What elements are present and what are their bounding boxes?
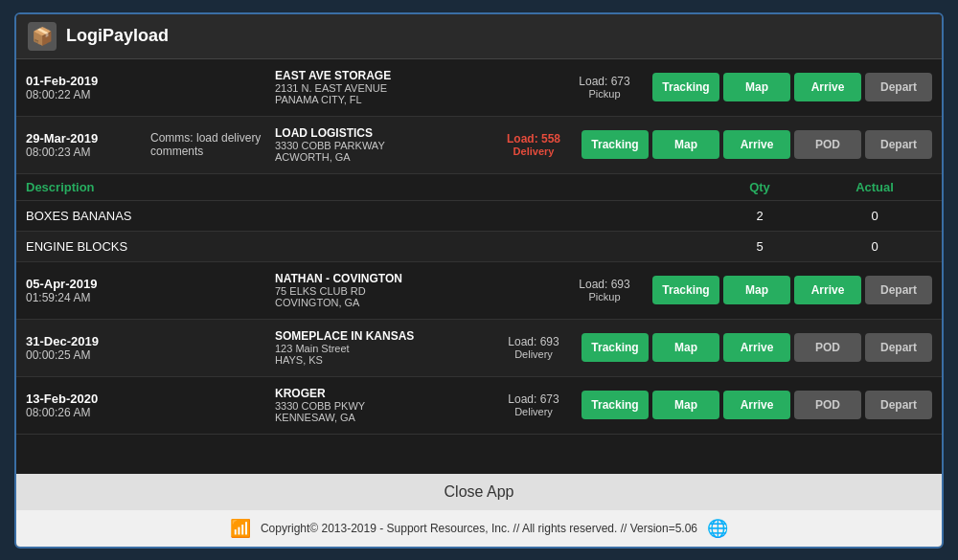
address-line2-3: COVINGTON, GA <box>275 297 557 308</box>
address-line1-1: 2131 N. EAST AVENUE <box>275 82 557 94</box>
app-title: LogiPayload <box>66 26 169 46</box>
load-type-1: Pickup <box>557 88 652 100</box>
col-datetime-4: 31-Dec-2019 00:00:25 AM <box>26 334 150 362</box>
actual-label: Actual <box>817 180 932 194</box>
comms-text-2: Comms: load delivery comments <box>150 131 261 158</box>
app-logo: 📦 <box>28 22 57 51</box>
col-buttons-1: Tracking Map Arrive Depart <box>652 73 932 101</box>
address-name-5: KROGER <box>275 387 486 400</box>
tracking-button-2[interactable]: Tracking <box>582 130 649 159</box>
col-buttons-2: Tracking Map Arrive POD Depart <box>582 130 932 159</box>
depart-button-4[interactable]: Depart <box>865 333 932 362</box>
tracking-button-1[interactable]: Tracking <box>652 73 719 101</box>
col-datetime-5: 13-Feb-2020 08:00:26 AM <box>26 392 150 419</box>
qty-label: Qty <box>702 180 817 194</box>
tracking-button-5[interactable]: Tracking <box>582 391 649 419</box>
arrive-button-2[interactable]: Arrive <box>723 130 790 159</box>
table-row: 13-Feb-2020 08:00:26 AM KROGER 3330 COBB… <box>16 377 942 435</box>
pod-button-5[interactable]: POD <box>794 391 861 419</box>
list-item: BOXES BANANAS 2 0 <box>16 201 942 232</box>
date-4: 31-Dec-2019 <box>26 334 150 348</box>
arrive-button-1[interactable]: Arrive <box>794 73 861 101</box>
col-address-3: NATHAN - COVINGTON 75 ELKS CLUB RD COVIN… <box>275 272 557 308</box>
address-line2-4: HAYS, KS <box>275 354 486 366</box>
depart-button-2[interactable]: Depart <box>865 130 932 159</box>
load-type-4: Delivery <box>486 348 582 360</box>
map-button-3[interactable]: Map <box>723 276 790 304</box>
main-content[interactable]: 01-Feb-2019 08:00:22 AM EAST AVE STORAGE… <box>16 59 942 474</box>
load-num-3: Load: 693 <box>557 278 652 291</box>
arrive-button-3[interactable]: Arrive <box>794 276 861 304</box>
col-load-1: Load: 673 Pickup <box>557 75 652 100</box>
time-4: 00:00:25 AM <box>26 348 150 362</box>
col-address-4: SOMEPLACE IN KANSAS 123 Main Street HAYS… <box>275 329 486 366</box>
arrive-button-4[interactable]: Arrive <box>723 333 790 362</box>
arrive-button-5[interactable]: Arrive <box>723 391 790 419</box>
address-line1-2: 3330 COBB PARKWAY <box>275 140 486 151</box>
address-name-1: EAST AVE STORAGE <box>275 69 557 82</box>
time-1: 08:00:22 AM <box>26 88 150 101</box>
date-1: 01-Feb-2019 <box>26 74 150 88</box>
col-buttons-5: Tracking Map Arrive POD Depart <box>582 391 932 419</box>
map-button-2[interactable]: Map <box>652 130 719 159</box>
address-line1-3: 75 ELKS CLUB RD <box>275 285 557 297</box>
col-load-4: Load: 693 Delivery <box>486 335 582 360</box>
address-line1-4: 123 Main Street <box>275 343 486 354</box>
map-button-5[interactable]: Map <box>652 391 719 419</box>
load-type-3: Pickup <box>557 291 652 302</box>
depart-button-3[interactable]: Depart <box>865 276 932 304</box>
item-desc-0: BOXES BANANAS <box>26 209 702 223</box>
desc-label: Description <box>26 180 702 194</box>
col-load-2: Load: 558 Delivery <box>486 132 582 157</box>
address-name-4: SOMEPLACE IN KANSAS <box>275 329 486 343</box>
col-address-1: EAST AVE STORAGE 2131 N. EAST AVENUE PAN… <box>275 69 557 105</box>
col-datetime-3: 05-Apr-2019 01:59:24 AM <box>26 277 150 304</box>
load-num-5: Load: 673 <box>486 392 582 406</box>
col-datetime-2: 29-Mar-2019 08:00:23 AM <box>26 131 150 159</box>
table-row: 01-Feb-2019 08:00:22 AM EAST AVE STORAGE… <box>16 59 942 117</box>
item-actual-0: 0 <box>817 209 932 223</box>
depart-button-1[interactable]: Depart <box>865 73 932 101</box>
col-buttons-4: Tracking Map Arrive POD Depart <box>582 333 932 362</box>
address-line2-1: PANAMA CITY, FL <box>275 94 557 105</box>
col-address-2: LOAD LOGISTICS 3330 COBB PARKWAY ACWORTH… <box>275 126 486 163</box>
footer-text: Copyright© 2013-2019 - Support Resources… <box>261 522 697 535</box>
depart-button-5[interactable]: Depart <box>865 391 932 419</box>
tracking-button-3[interactable]: Tracking <box>652 276 719 304</box>
time-5: 08:00:26 AM <box>26 406 150 419</box>
load-type-5: Delivery <box>486 406 582 417</box>
globe-icon: 🌐 <box>707 518 728 539</box>
tracking-button-4[interactable]: Tracking <box>582 333 649 362</box>
table-row: 29-Mar-2019 08:00:23 AM Comms: load deli… <box>16 117 942 174</box>
load-num-2: Load: 558 <box>486 132 582 146</box>
item-qty-1: 5 <box>702 239 817 254</box>
footer-bar: 📶 Copyright© 2013-2019 - Support Resourc… <box>16 510 942 547</box>
time-3: 01:59:24 AM <box>26 291 150 304</box>
app-header: 📦 LogiPayload <box>16 14 942 59</box>
time-2: 08:00:23 AM <box>26 146 150 159</box>
load-num-1: Load: 673 <box>557 75 652 88</box>
item-actual-1: 0 <box>817 239 932 254</box>
address-line2-2: ACWORTH, GA <box>275 151 486 163</box>
close-app-button[interactable]: Close App <box>16 474 942 510</box>
close-app-label: Close App <box>445 483 514 500</box>
load-type-2: Delivery <box>486 146 582 157</box>
col-load-5: Load: 673 Delivery <box>486 392 582 417</box>
address-name-2: LOAD LOGISTICS <box>275 126 486 140</box>
pod-button-4[interactable]: POD <box>794 333 861 362</box>
col-datetime-1: 01-Feb-2019 08:00:22 AM <box>26 74 150 101</box>
item-desc-1: ENGINE BLOCKS <box>26 239 702 254</box>
load-num-4: Load: 693 <box>486 335 582 348</box>
date-2: 29-Mar-2019 <box>26 131 150 146</box>
date-5: 13-Feb-2020 <box>26 392 150 406</box>
pod-button-2[interactable]: POD <box>794 130 861 159</box>
app-container: 📦 LogiPayload 01-Feb-2019 08:00:22 AM EA… <box>14 12 944 549</box>
col-load-3: Load: 693 Pickup <box>557 278 652 302</box>
map-button-1[interactable]: Map <box>723 73 790 101</box>
col-comms-2: Comms: load delivery comments <box>150 131 275 158</box>
wifi-icon: 📶 <box>230 518 251 539</box>
list-item: ENGINE BLOCKS 5 0 <box>16 232 942 262</box>
col-buttons-3: Tracking Map Arrive Depart <box>652 276 932 304</box>
map-button-4[interactable]: Map <box>652 333 719 362</box>
table-row: 05-Apr-2019 01:59:24 AM NATHAN - COVINGT… <box>16 262 942 320</box>
